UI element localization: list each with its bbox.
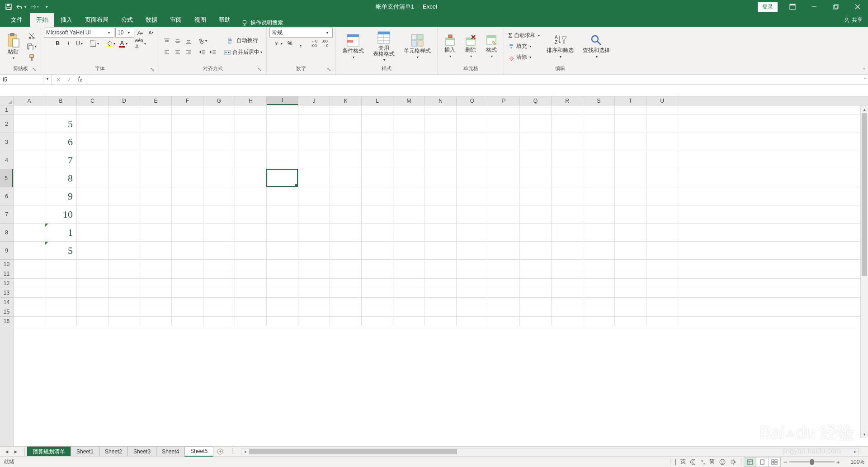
align-right-button[interactable] [184, 47, 193, 57]
find-icon [590, 34, 603, 47]
align-top-button[interactable] [162, 36, 172, 46]
group-editing: Σ 自动求和 ▾ 填充 ▾ 清除 ▾ AZ排序和筛选▾ 查找和选择▾ 编辑 [504, 27, 616, 74]
orientation-button[interactable]: ab▾ [197, 36, 208, 46]
tab-review[interactable]: 审阅 [164, 13, 188, 27]
alignment-launcher[interactable]: ⤡ [256, 67, 263, 73]
percent-button[interactable]: % [285, 38, 295, 48]
save-button[interactable] [3, 1, 14, 13]
autosum-button[interactable]: Σ 自动求和 ▾ [507, 31, 541, 41]
group-alignment: ab▾ abc 自动换行 合并后居中▾ 对齐方式⤡ [159, 27, 267, 74]
group-font: Microsoft YaHei UI▾ 10▾ A▴ A▾ B I U▾ ▾ ▾… [41, 27, 159, 74]
format-cells-button[interactable]: 格式▾ [482, 29, 501, 65]
number-format-combo[interactable]: 常规▾ [269, 28, 333, 38]
group-styles: 条件格式▾ 套用 表格格式▾ 单元格样式▾ 样式 [336, 27, 438, 74]
svg-text:￥: ￥ [274, 41, 279, 46]
svg-point-81 [592, 36, 598, 42]
tab-data[interactable]: 数据 [139, 13, 164, 27]
align-left-button[interactable] [162, 47, 172, 57]
fill-color-button[interactable]: ▾ [105, 38, 117, 48]
wrap-icon: abc [228, 38, 235, 44]
enter-formula-button[interactable]: ✓ [64, 75, 74, 85]
cancel-formula-button[interactable]: ✕ [53, 75, 63, 85]
paste-button[interactable]: 粘贴 ▾ [3, 29, 24, 65]
clear-button[interactable]: 清除 ▾ [507, 52, 541, 62]
share-button[interactable]: 共享 [838, 14, 868, 27]
svg-rect-78 [509, 44, 513, 46]
copy-button[interactable]: ▾ [25, 42, 38, 52]
sort-filter-button[interactable]: AZ排序和筛选▾ [543, 29, 577, 65]
formula-input[interactable] [87, 75, 868, 84]
clipboard-launcher[interactable]: ⤡ [31, 67, 37, 73]
tell-me-search[interactable]: 操作说明搜索 [241, 19, 283, 27]
font-name-combo[interactable]: Microsoft YaHei UI▾ [44, 28, 114, 38]
cut-button[interactable] [25, 31, 38, 41]
svg-rect-25 [90, 41, 96, 46]
phonetic-button[interactable]: wén文▾ [133, 38, 147, 48]
fx-button[interactable]: fx [75, 75, 85, 85]
align-center-button[interactable] [173, 47, 183, 57]
tab-file[interactable]: 文件 [4, 13, 30, 27]
ribbon-options-button[interactable] [782, 0, 803, 14]
comma-button[interactable]: , [296, 38, 306, 48]
svg-rect-65 [411, 34, 417, 40]
font-launcher[interactable]: ⤡ [149, 67, 155, 73]
tab-insert[interactable]: 插入 [54, 13, 79, 27]
conditional-format-button[interactable]: 条件格式▾ [339, 29, 368, 65]
underline-button[interactable]: U▾ [74, 38, 84, 48]
bold-button[interactable]: B [52, 38, 62, 48]
expand-formula-bar[interactable]: ⌄ [863, 76, 867, 80]
border-icon [90, 40, 96, 47]
svg-rect-22 [29, 45, 33, 50]
svg-rect-23 [30, 55, 33, 57]
align-middle-button[interactable] [173, 36, 183, 46]
cell-style-button[interactable]: 单元格样式▾ [400, 29, 434, 65]
border-button[interactable]: ▾ [89, 38, 100, 48]
tab-help[interactable]: 帮助 [212, 13, 237, 27]
decrease-decimal-button[interactable]: .00→0 [320, 38, 330, 48]
number-launcher[interactable]: ⤡ [326, 67, 332, 73]
font-size-combo[interactable]: 10▾ [115, 28, 134, 38]
login-button[interactable]: 登录 [758, 2, 778, 12]
svg-rect-66 [418, 34, 423, 40]
increase-decimal-button[interactable]: ←0.00 [309, 38, 319, 48]
italic-button[interactable]: I [63, 38, 73, 48]
accounting-format-button[interactable]: ￥▾ [272, 38, 284, 48]
svg-rect-68 [418, 41, 423, 46]
group-clipboard: 粘贴 ▾ ▾ 剪贴板⤡ [0, 27, 41, 74]
font-color-button[interactable]: A▾ [118, 38, 129, 48]
tab-formulas[interactable]: 公式 [115, 13, 139, 27]
delete-cells-button[interactable]: 删除▾ [461, 29, 480, 65]
svg-rect-70 [445, 38, 454, 40]
wrap-text-button[interactable]: abc 自动换行 [222, 35, 264, 46]
format-painter-button[interactable] [25, 52, 38, 62]
align-bottom-button[interactable] [184, 36, 193, 46]
name-box[interactable]: I5 [0, 75, 43, 84]
close-button[interactable] [847, 0, 868, 14]
tab-home[interactable]: 开始 [30, 13, 54, 27]
redo-button[interactable]: ▾ [28, 1, 40, 13]
decrease-indent-button[interactable] [197, 47, 207, 57]
maximize-button[interactable] [826, 0, 846, 14]
decrease-font-button[interactable]: A▾ [146, 28, 156, 38]
quick-access-toolbar: ▾ ▾ ▾ [0, 1, 55, 13]
minimize-button[interactable] [804, 0, 825, 14]
scissors-icon [28, 32, 35, 39]
bucket-icon [106, 40, 113, 47]
table-format-button[interactable]: 套用 表格格式▾ [369, 29, 398, 65]
tab-page-layout[interactable]: 页面布局 [79, 13, 115, 27]
tab-view[interactable]: 视图 [188, 13, 212, 27]
insert-cells-button[interactable]: 插入▾ [440, 29, 459, 65]
collapse-ribbon-button[interactable]: ˄ [863, 67, 865, 72]
fill-button[interactable]: 填充 ▾ [507, 42, 541, 52]
find-select-button[interactable]: 查找和选择▾ [579, 29, 613, 65]
increase-font-button[interactable]: A▴ [135, 28, 145, 38]
svg-rect-67 [411, 41, 417, 46]
name-box-dropdown[interactable]: ▾ [43, 75, 52, 84]
svg-line-82 [597, 41, 601, 45]
group-number: 常规▾ ￥▾ % , ←0.00 .00→0 数字⤡ [267, 27, 336, 74]
ribbon-tabs: 文件 开始 插入 页面布局 公式 数据 审阅 视图 帮助 操作说明搜索 共享 [0, 14, 868, 27]
qat-customize[interactable]: ▾ [41, 1, 52, 13]
merge-center-button[interactable]: 合并后居中▾ [222, 47, 264, 58]
undo-button[interactable]: ▾ [15, 1, 27, 13]
increase-indent-button[interactable] [208, 47, 218, 57]
